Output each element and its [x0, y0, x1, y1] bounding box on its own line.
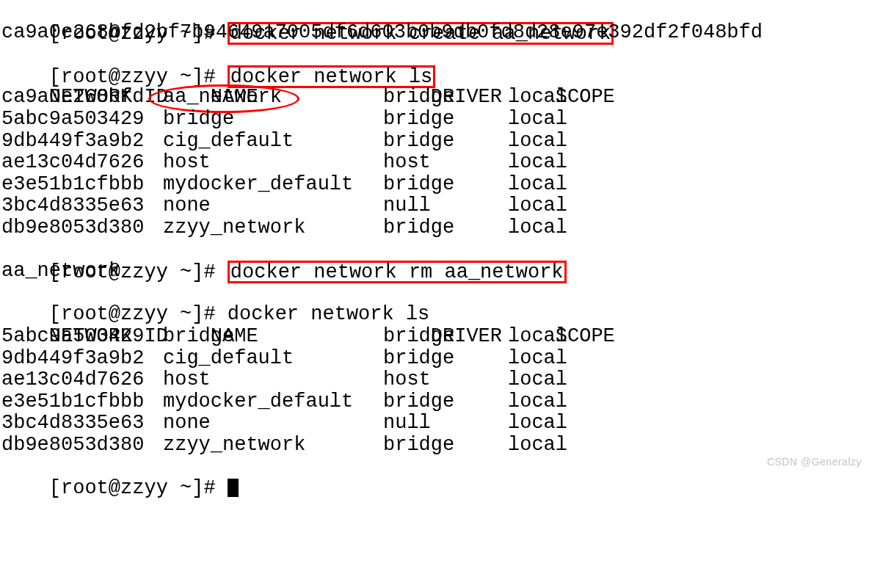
- cell-driver: bridge: [379, 326, 504, 348]
- cell-scope: local: [504, 87, 655, 109]
- cell-driver: bridge: [379, 217, 504, 239]
- cell-name: bridge: [163, 109, 379, 131]
- table-row: ca9a0e268bfdaa_networkbridgelocal: [1, 87, 868, 109]
- prompt: [root@zzyy ~]#: [49, 477, 216, 499]
- cell-scope: local: [504, 131, 655, 153]
- cell-name: bridge: [163, 326, 379, 348]
- cell-driver: host: [379, 152, 504, 174]
- table-header: NETWORK IDNAMEDRIVERSCOPE: [1, 65, 868, 87]
- cell-scope: local: [504, 348, 655, 370]
- cell-network-id: e3e51b1cfbbb: [1, 174, 163, 196]
- table-row: db9e8053d380zzyy_networkbridgelocal: [1, 217, 868, 239]
- cell-network-id: 9db449f3a9b2: [1, 131, 163, 153]
- table-row: ae13c04d7626hosthostlocal: [1, 152, 868, 174]
- cell-name: zzyy_network: [163, 217, 379, 239]
- cell-network-id: 5abc9a503429: [1, 326, 163, 348]
- cell-scope: local: [504, 152, 655, 174]
- cell-scope: local: [504, 217, 655, 239]
- cursor-icon: [228, 479, 239, 497]
- cell-name: host: [163, 152, 379, 174]
- prompt-line: [root@zzyy ~]# docker network ls: [1, 43, 868, 65]
- cell-scope: local: [504, 369, 655, 391]
- cell-scope: local: [504, 109, 655, 131]
- cell-scope: local: [504, 174, 655, 196]
- prompt-line: [root@zzyy ~]# docker network rm aa_netw…: [1, 239, 868, 261]
- cell-driver: bridge: [379, 435, 504, 457]
- cell-driver: bridge: [379, 391, 504, 413]
- cell-name: zzyy_network: [163, 435, 379, 457]
- cell-network-id: db9e8053d380: [1, 217, 163, 239]
- prompt-line[interactable]: [root@zzyy ~]#: [1, 456, 868, 478]
- cell-scope: local: [504, 195, 655, 217]
- cell-network-id: 3bc4d8335e63: [1, 413, 163, 435]
- cell-network-id: e3e51b1cfbbb: [1, 391, 163, 413]
- output-line: aa_network: [1, 261, 868, 283]
- cell-network-id: ca9a0e268bfd: [1, 87, 163, 109]
- cell-name: mydocker_default: [163, 391, 379, 413]
- cell-name: host: [163, 369, 379, 391]
- table-row: 3bc4d8335e63nonenulllocal: [1, 413, 868, 435]
- cell-network-id: ae13c04d7626: [1, 369, 163, 391]
- cell-driver: bridge: [379, 174, 504, 196]
- output-line: ca9a0e268bfd2bf7b94649a7005df6d603b0b9db…: [1, 22, 868, 44]
- table-row: e3e51b1cfbbbmydocker_defaultbridgelocal: [1, 174, 868, 196]
- cell-name: none: [163, 195, 379, 217]
- table-row: e3e51b1cfbbbmydocker_defaultbridgelocal: [1, 391, 868, 413]
- cell-driver: null: [379, 413, 504, 435]
- cell-name: none: [163, 413, 379, 435]
- cell-scope: local: [504, 326, 655, 348]
- cell-scope: local: [504, 435, 655, 457]
- table-row: db9e8053d380zzyy_networkbridgelocal: [1, 435, 868, 457]
- prompt-line: [root@zzyy ~]# docker network ls: [1, 283, 868, 305]
- cell-scope: local: [504, 391, 655, 413]
- table-row: ae13c04d7626hosthostlocal: [1, 369, 868, 391]
- cell-driver: bridge: [379, 131, 504, 153]
- cell-name: cig_default: [163, 348, 379, 370]
- table-row: 5abc9a503429bridgebridgelocal: [1, 109, 868, 131]
- cell-driver: null: [379, 195, 504, 217]
- terminal-output: [root@zzyy ~]# docker network create aa_…: [0, 0, 869, 478]
- table-row: 9db449f3a9b2cig_defaultbridgelocal: [1, 348, 868, 370]
- cell-driver: bridge: [379, 109, 504, 131]
- highlight-ellipse: aa_network: [163, 87, 282, 109]
- cell-name: cig_default: [163, 131, 379, 153]
- cell-network-id: 3bc4d8335e63: [1, 195, 163, 217]
- table-row: 5abc9a503429bridgebridgelocal: [1, 326, 868, 348]
- table-row: 3bc4d8335e63nonenulllocal: [1, 195, 868, 217]
- cell-driver: host: [379, 369, 504, 391]
- prompt-line: [root@zzyy ~]# docker network create aa_…: [1, 0, 868, 22]
- table-header: NETWORK IDNAMEDRIVERSCOPE: [1, 304, 868, 326]
- cell-network-id: 5abc9a503429: [1, 109, 163, 131]
- cell-network-id: ae13c04d7626: [1, 152, 163, 174]
- cell-network-id: 9db449f3a9b2: [1, 348, 163, 370]
- cell-scope: local: [504, 413, 655, 435]
- cell-name: mydocker_default: [163, 174, 379, 196]
- cell-driver: bridge: [379, 348, 504, 370]
- watermark-text: CSDN @Generalzy: [767, 451, 862, 473]
- cell-driver: bridge: [379, 87, 504, 109]
- table-row: 9db449f3a9b2cig_defaultbridgelocal: [1, 131, 868, 153]
- cell-name: aa_network: [163, 87, 379, 109]
- cell-network-id: db9e8053d380: [1, 435, 163, 457]
